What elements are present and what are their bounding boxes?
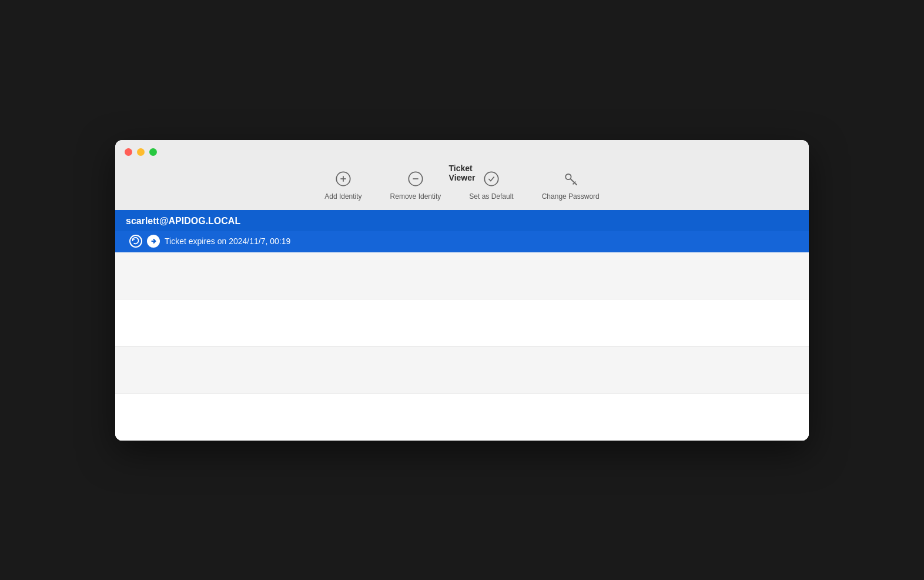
minimize-button[interactable] (137, 148, 145, 156)
titlebar: Ticket Viewer Add Identity (115, 140, 809, 210)
svg-point-6 (565, 174, 571, 179)
svg-point-5 (484, 172, 498, 185)
empty-rows (115, 252, 809, 441)
minus-circle-icon (406, 169, 426, 189)
empty-row-2 (115, 299, 809, 346)
remove-identity-label: Remove Identity (390, 192, 441, 201)
window-title: Ticket Viewer (449, 164, 476, 182)
change-password-label: Change Password (542, 192, 600, 201)
empty-row-4 (115, 394, 809, 441)
empty-row-1 (115, 252, 809, 299)
window-controls (125, 148, 157, 156)
main-window: Ticket Viewer Add Identity (115, 140, 809, 441)
renewable-icon (129, 235, 142, 248)
content-area: scarlett@APIDOG.LOCAL Ticket expires on … (115, 210, 809, 441)
close-button[interactable] (125, 148, 132, 156)
change-password-button[interactable]: Change Password (542, 169, 600, 201)
ticket-expires-label: Ticket expires on 2024/11/7, 00:19 (165, 236, 290, 246)
empty-row-3 (115, 346, 809, 394)
key-icon (561, 169, 581, 189)
check-circle-icon (481, 169, 501, 189)
add-identity-button[interactable]: Add Identity (324, 169, 361, 201)
add-identity-label: Add Identity (324, 192, 361, 201)
ticket-row[interactable]: Ticket expires on 2024/11/7, 00:19 (115, 231, 809, 252)
svg-line-9 (573, 183, 574, 184)
identity-row[interactable]: scarlett@APIDOG.LOCAL (115, 210, 809, 231)
identity-name: scarlett@APIDOG.LOCAL (126, 216, 798, 231)
set-default-label: Set as Default (469, 192, 513, 201)
set-default-button[interactable]: Set as Default (469, 169, 513, 201)
plus-circle-icon (333, 169, 353, 189)
forwardable-icon (147, 235, 160, 248)
remove-identity-button[interactable]: Remove Identity (390, 169, 441, 201)
maximize-button[interactable] (149, 148, 157, 156)
svg-line-8 (574, 181, 575, 182)
